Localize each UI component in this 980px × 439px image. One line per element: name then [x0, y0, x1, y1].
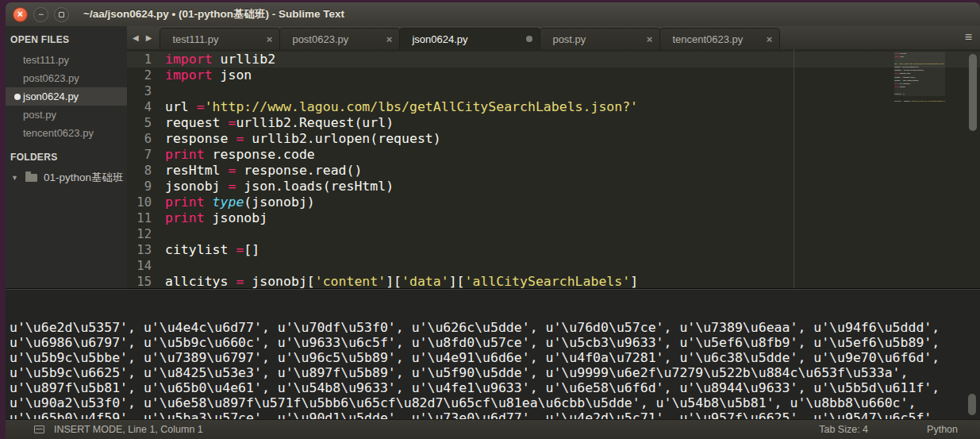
sublime-window: × − ~/aa/json0624.py • (01-python基础班) - … [6, 2, 980, 439]
code-line-2[interactable]: 2import json [127, 67, 980, 83]
sidebar-item-test111.py[interactable]: test111.py [6, 51, 127, 69]
console-line: u'\u5b9c\u5bbe', u'\u7389\u6797', u'\u96… [10, 350, 980, 365]
tab-label: test111.py [172, 33, 266, 45]
sidebar-item-label: test111.py [23, 54, 69, 66]
titlebar[interactable]: × − ~/aa/json0624.py • (01-python基础班) - … [6, 2, 980, 26]
code-line-5[interactable]: 5request =urllib2.Request(url) [127, 115, 980, 131]
code-line-8[interactable]: 8resHtml = response.read() [127, 163, 980, 179]
output-panel-scrollbar[interactable] [968, 394, 976, 415]
line-number: 6 [127, 131, 152, 147]
output-lines: u'\u6e2d\u5357', u'\u4e4c\u6d77', u'\u70… [10, 320, 980, 419]
minimize-button[interactable]: − [33, 7, 48, 22]
sidebar-folder[interactable]: ▼ 01-python基础班 [6, 168, 127, 187]
sidebar-item-label: post0623.py [23, 72, 79, 84]
folder-icon [25, 174, 37, 182]
open-files-header: OPEN FILES [6, 32, 127, 51]
folders-header: FOLDERS [6, 149, 127, 168]
tab-post0623.py[interactable]: post0623.py× [279, 28, 400, 49]
sidebar-item-label: json0624.py [23, 90, 79, 102]
tab-close-icon[interactable]: × [267, 33, 273, 45]
tab-close-icon[interactable]: × [647, 33, 653, 45]
line-number: 8 [127, 163, 152, 179]
line-number: 3 [127, 83, 152, 99]
status-message: INSERT MODE, Line 1, Column 1 [54, 424, 203, 435]
line-number: 10 [127, 194, 152, 210]
tab-strip: test111.py×post0623.py×json0624.pypost.p… [159, 28, 779, 49]
disclosure-triangle-icon[interactable]: ▼ [11, 174, 18, 182]
code-line-15: allcitys = jsonobj['content']['data']['a… [894, 99, 945, 102]
tab-tencent0623.py[interactable]: tencent0623.py× [659, 28, 780, 49]
close-icon: × [17, 9, 23, 20]
open-files-list: test111.pypost0623.pyjson0624.pypost.pyt… [6, 51, 127, 142]
console-line: u'\u6986\u6797', u'\u5b9c\u660c', u'\u96… [10, 335, 980, 350]
tab-json0624.py[interactable]: json0624.py [399, 28, 540, 49]
sidebar-item-label: tencent0623.py [23, 127, 94, 139]
line-number: 15 [127, 274, 152, 288]
syntax-indicator[interactable]: Python [927, 424, 958, 435]
tab-close-icon[interactable]: × [767, 33, 773, 45]
tab-close-icon[interactable]: × [386, 33, 393, 45]
line-number: 13 [127, 242, 152, 258]
code-line-3[interactable]: 3 [127, 83, 980, 99]
code-line-13[interactable]: 13citylist =[] [127, 242, 980, 258]
code-line-12[interactable]: 12 [127, 226, 980, 242]
sidebar-item-post.py[interactable]: post.py [6, 106, 127, 124]
line-number: 1 [127, 52, 152, 67]
code-line-10[interactable]: 10print type(jsonobj) [127, 194, 980, 210]
code-line-14[interactable]: 14 [127, 258, 980, 274]
tab-overflow-menu-icon[interactable]: ≡ [965, 30, 972, 44]
output-panel[interactable]: u'\u6e2d\u5357', u'\u4e4c\u6d77', u'\u70… [6, 288, 980, 419]
minimize-icon: − [38, 9, 44, 20]
panel-toggle-icon[interactable] [34, 426, 44, 433]
console-line: u'\u5b9c\u6625', u'\u8425\u53e3', u'\u89… [10, 365, 980, 380]
console-line: u'\u6e2d\u5357', u'\u4e4c\u6d77', u'\u70… [10, 320, 980, 335]
minimap-viewport[interactable] [894, 52, 945, 96]
tab-scroll-left-icon[interactable]: ◀ [133, 33, 139, 42]
close-button[interactable]: × [13, 7, 28, 22]
tab-label: json0624.py [412, 33, 526, 45]
code-area[interactable]: 1import urllib22import json34url ='http:… [127, 49, 980, 288]
active-file-dot-icon [14, 94, 21, 100]
code-line-7[interactable]: 7print response.code [127, 147, 980, 163]
tab-post.py[interactable]: post.py× [540, 28, 660, 49]
sidebar-item-tencent0623.py[interactable]: tencent0623.py [6, 124, 127, 142]
code-line-6[interactable]: 6response = urllib2.urlopen(request) [127, 131, 980, 147]
line-number: 7 [127, 147, 152, 163]
sidebar-item-json0624.py[interactable]: json0624.py [6, 87, 127, 106]
code-line-9[interactable]: 9jsonobj = json.loads(resHtml) [127, 179, 980, 194]
tab-label: post0623.py [292, 33, 386, 45]
line-number: 2 [127, 67, 152, 83]
code-line-1[interactable]: 1import urllib2 [127, 52, 980, 67]
code-line-4[interactable]: 4url ='http://www.lagou.com/lbs/getAllCi… [127, 99, 980, 115]
editor-scrollbar[interactable] [969, 54, 977, 131]
tab-scroll-controls: ◀ ▶ [127, 33, 159, 42]
maximize-icon [59, 12, 64, 17]
code-line-11[interactable]: 11print jsonobj [127, 210, 980, 226]
line-number: 11 [127, 210, 152, 226]
maximize-button[interactable] [54, 7, 69, 22]
line-number: 14 [127, 258, 152, 274]
sidebar-item-label: post.py [23, 109, 56, 121]
modified-dot-icon [526, 36, 532, 42]
editor[interactable]: 1import urllib22import json34url ='http:… [127, 49, 980, 288]
console-line: u'\u897f\u5b81', u'\u65b0\u4e61', u'\u54… [10, 380, 980, 395]
line-number: 9 [127, 179, 152, 194]
console-line: u'\u90a2\u53f0', u'\u6e58\u897f\u571f\u5… [10, 395, 980, 410]
status-bar: INSERT MODE, Line 1, Column 1 Tab Size: … [6, 419, 980, 439]
window-title: ~/aa/json0624.py • (01-python基础班) - Subl… [83, 7, 344, 21]
tab-scroll-right-icon[interactable]: ▶ [146, 33, 152, 42]
tab-bar: ◀ ▶ test111.py×post0623.py×json0624.pypo… [127, 26, 980, 49]
folder-label: 01-python基础班 [44, 171, 124, 185]
code-line-15[interactable]: 15allcitys = jsonobj['content']['data'][… [127, 274, 980, 288]
sidebar-item-post0623.py[interactable]: post0623.py [6, 69, 127, 87]
line-number: 4 [127, 99, 152, 115]
console-line: u'\u65b0\u4f59', u'\u5ba3\u57ce', u'\u90… [10, 410, 980, 419]
minimap[interactable]: import urllib2import jsonurl ='http://ww… [894, 52, 945, 139]
desktop-background: × − ~/aa/json0624.py • (01-python基础班) - … [0, 0, 980, 439]
tab-label: tencent0623.py [672, 33, 766, 45]
column-ruler [794, 49, 794, 288]
tab-test111.py[interactable]: test111.py× [159, 28, 280, 49]
tab-label: post.py [552, 33, 646, 45]
sidebar: OPEN FILES test111.pypost0623.pyjson0624… [6, 26, 127, 288]
tab-size-indicator[interactable]: Tab Size: 4 [819, 424, 868, 435]
